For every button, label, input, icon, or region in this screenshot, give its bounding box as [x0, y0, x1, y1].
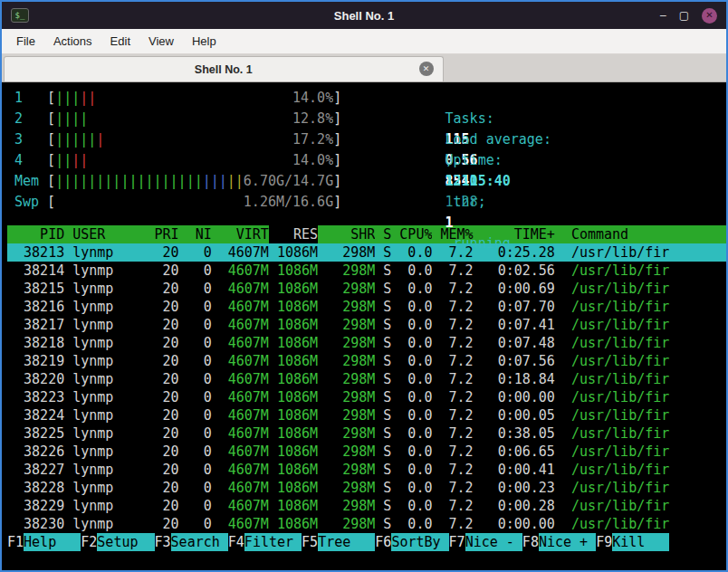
cell-res: 1086M	[269, 443, 318, 461]
table-row[interactable]: 38227lynmp2004607M1086M298MS0.07.20:00.4…	[7, 461, 726, 479]
cell-mem: 7.2	[432, 443, 473, 461]
cell-res: 1086M	[269, 243, 318, 262]
column-header-virt[interactable]: VIRT	[212, 225, 269, 243]
fn-action-label: Help	[24, 533, 81, 551]
meter-bar-segment: |	[88, 131, 96, 148]
menu-item-edit[interactable]: Edit	[101, 31, 139, 52]
cell-virt: 4607M	[212, 388, 269, 406]
menu-item-file[interactable]: File	[7, 31, 44, 52]
cell-virt: 4607M	[212, 479, 269, 497]
fn-f2-button[interactable]: F2Setup	[81, 533, 154, 551]
column-header-time[interactable]: TIME+	[474, 225, 555, 243]
column-header-cpu[interactable]: CPU%	[391, 225, 432, 243]
table-row[interactable]: 38228lynmp2004607M1086M298MS0.07.20:00.2…	[7, 479, 726, 497]
cell-ni: 0	[179, 424, 212, 443]
fn-key-number: F1	[7, 533, 24, 551]
column-header-shr[interactable]: SHR	[318, 225, 375, 243]
cell-time: 0:00.00	[474, 515, 555, 533]
table-row[interactable]: 38230lynmp2004607M1086M298MS0.07.20:00.0…	[7, 515, 726, 533]
menu-item-help[interactable]: Help	[183, 31, 225, 52]
cell-pid: 38225	[7, 424, 64, 443]
cell-pid: 38224	[7, 406, 64, 424]
fn-f1-button[interactable]: F1Help	[7, 533, 81, 551]
menu-item-view[interactable]: View	[139, 31, 183, 52]
meter-bar-segment: |	[63, 152, 72, 168]
cell-res: 1086M	[269, 280, 318, 298]
table-row[interactable]: 38220lynmp2004607M1086M298MS0.07.20:18.8…	[7, 370, 726, 388]
column-header-s[interactable]: S	[383, 225, 391, 243]
cell-user: lynmp	[72, 262, 146, 280]
table-row[interactable]: 38229lynmp2004607M1086M298MS0.07.20:00.2…	[7, 497, 726, 515]
table-row[interactable]: 38217lynmp2004607M1086M298MS0.07.20:07.4…	[7, 316, 726, 334]
fn-f4-button[interactable]: F4Filter	[228, 533, 302, 551]
menu-item-actions[interactable]: Actions	[44, 31, 101, 52]
cell-res: 1086M	[269, 424, 318, 443]
meter-bar-segment: |	[72, 152, 80, 168]
cell-user: lynmp	[72, 298, 146, 316]
fn-key-number: F6	[375, 533, 391, 551]
meter-label: 3	[14, 129, 47, 150]
cell-virt: 4607M	[212, 316, 269, 334]
fn-f6-button[interactable]: F6SortBy	[375, 533, 448, 551]
cell-ni: 0	[179, 497, 212, 515]
meter-close-bracket: ]	[333, 129, 341, 150]
close-button[interactable]: ✕	[702, 8, 717, 24]
cell-pri: 20	[146, 370, 178, 388]
table-row[interactable]: 38214lynmp2004607M1086M298MS0.07.20:02.5…	[7, 262, 726, 280]
meter-bar-segment: |	[80, 90, 88, 106]
fn-f8-button[interactable]: F8Nice +	[522, 533, 596, 551]
cell-shr: 298M	[318, 352, 375, 370]
cell-pri: 20	[146, 443, 178, 461]
table-row[interactable]: 38218lynmp2004607M1086M298MS0.07.20:07.4…	[7, 334, 726, 352]
column-header-ni[interactable]: NI	[179, 225, 212, 243]
table-row[interactable]: 38213lynmp2004607M1086M298MS0.07.20:25.2…	[7, 243, 726, 262]
table-row[interactable]: 38224lynmp2004607M1086M298MS0.07.20:00.0…	[7, 406, 726, 424]
cell-shr: 298M	[318, 479, 375, 497]
table-row[interactable]: 38226lynmp2004607M1086M298MS0.07.20:06.6…	[7, 443, 726, 461]
titlebar[interactable]: $_ Shell No. 1 –▢✕	[2, 2, 726, 29]
fn-key-number: F9	[596, 533, 612, 551]
fn-f9-button[interactable]: F9Kill	[596, 533, 669, 551]
cell-cpu: 0.0	[391, 352, 432, 370]
table-row[interactable]: 38216lynmp2004607M1086M298MS0.07.20:07.7…	[7, 298, 726, 316]
table-row[interactable]: 38225lynmp2004607M1086M298MS0.07.20:38.0…	[7, 424, 726, 443]
cell-s: S	[383, 334, 391, 352]
table-header: PIDUSERPRINIVIRTRESSHRSCPU%MEM%TIME+Comm…	[7, 225, 726, 243]
cell-user: lynmp	[72, 515, 146, 533]
cell-user: lynmp	[72, 243, 146, 262]
meter-bar-segment: |	[203, 173, 211, 189]
cell-mem: 7.2	[432, 316, 473, 334]
maximize-button[interactable]: ▢	[679, 8, 689, 23]
meter-bar-segment: |	[80, 173, 88, 189]
terminal-screen[interactable]: 1[|||||14.0%]2[||||12.8%]3[||||||17.2%]4…	[2, 82, 726, 570]
fn-f7-button[interactable]: F7Nice -	[449, 533, 522, 551]
meters: 1[|||||14.0%]2[||||12.8%]3[||||||17.2%]4…	[14, 88, 341, 213]
column-header-pri[interactable]: PRI	[146, 225, 178, 243]
tab-close-icon[interactable]: ✕	[419, 62, 434, 76]
cell-pid: 38217	[7, 316, 64, 334]
cell-pid: 38223	[7, 388, 64, 406]
meter-bar: |||||||||||||||||||||||6.70G/14.7G	[55, 171, 333, 192]
table-row[interactable]: 38223lynmp2004607M1086M298MS0.07.20:00.0…	[7, 388, 726, 406]
minimize-button[interactable]: –	[660, 8, 666, 23]
column-header-pid[interactable]: PID	[7, 225, 64, 243]
table-row[interactable]: 38215lynmp2004607M1086M298MS0.07.20:00.6…	[7, 280, 726, 298]
column-header-res[interactable]: RES	[269, 225, 318, 243]
cell-time: 0:00.23	[474, 479, 555, 497]
cell-pid: 38218	[7, 334, 64, 352]
cell-pri: 20	[146, 479, 178, 497]
fn-f5-button[interactable]: F5Tree	[302, 533, 375, 551]
cell-time: 0:00.69	[474, 280, 555, 298]
cell-ni: 0	[179, 406, 212, 424]
fn-f3-button[interactable]: F3Search	[155, 533, 228, 551]
table-row[interactable]: 38219lynmp2004607M1086M298MS0.07.20:07.5…	[7, 352, 726, 370]
meter-bar-segment: |	[63, 131, 72, 148]
meter-bar-segment: |	[235, 173, 244, 189]
column-header-user[interactable]: USER	[72, 225, 146, 243]
column-header-mem[interactable]: MEM%	[432, 225, 473, 243]
tab-shell[interactable]: Shell No. 1 ✕	[4, 56, 444, 81]
fn-key-number: F2	[81, 533, 97, 551]
cell-cpu: 0.0	[391, 316, 432, 334]
cell-cpu: 0.0	[391, 388, 432, 406]
column-header-cmd[interactable]: Command	[571, 225, 726, 243]
